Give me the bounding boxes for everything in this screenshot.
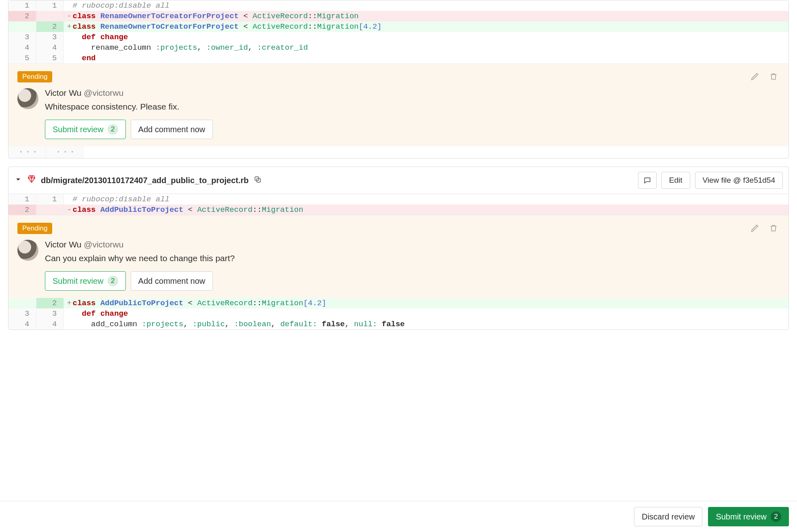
- review-count-badge: 2: [108, 124, 118, 135]
- code-cell: def change: [64, 32, 789, 42]
- delete-comment-icon[interactable]: [767, 70, 780, 82]
- comment-text: Can you explain why we need to change th…: [45, 253, 780, 263]
- review-comment-1: Pending Victor Wu @victorwu Whitespace c…: [8, 63, 789, 146]
- file-path[interactable]: db/migrate/20130110172407_add_public_to_…: [41, 176, 249, 185]
- new-line-number[interactable]: 4: [36, 319, 64, 329]
- code-cell: -class RenameOwnerToCreatorForProject < …: [64, 11, 789, 21]
- code-cell: rename_column :projects, :owner_id, :cre…: [64, 42, 789, 53]
- pending-badge: Pending: [17, 223, 52, 234]
- avatar[interactable]: [17, 88, 38, 109]
- old-line-number[interactable]: 3: [8, 308, 36, 319]
- edit-file-button[interactable]: Edit: [661, 172, 690, 189]
- old-line-number[interactable]: 4: [8, 42, 36, 53]
- diff-table-2b: 2+class AddPublicToProject < ActiveRecor…: [8, 298, 789, 329]
- comment-text: Whitespace consistency. Please fix.: [45, 102, 780, 112]
- pending-badge: Pending: [17, 71, 52, 82]
- old-line-number[interactable]: 5: [8, 53, 36, 63]
- delete-comment-icon[interactable]: [767, 222, 780, 234]
- submit-review-button[interactable]: Submit review 2: [45, 271, 126, 291]
- ruby-file-icon: [27, 175, 36, 186]
- code-cell: add_column :projects, :public, :boolean,…: [64, 319, 789, 329]
- new-line-number[interactable]: 1: [36, 0, 64, 11]
- code-cell: # rubocop:disable all: [64, 0, 789, 11]
- author-handle[interactable]: @victorwu: [84, 240, 123, 249]
- author-name[interactable]: Victor Wu: [45, 240, 81, 249]
- author-handle[interactable]: @victorwu: [84, 88, 123, 97]
- diff-line[interactable]: 11# rubocop:disable all: [8, 0, 789, 11]
- add-comment-now-button[interactable]: Add comment now: [131, 120, 213, 139]
- collapse-chevron-icon[interactable]: [14, 175, 22, 185]
- old-line-number[interactable]: 4: [8, 319, 36, 329]
- toggle-comments-icon[interactable]: [638, 172, 657, 189]
- new-line-number[interactable]: [36, 11, 64, 21]
- diff-line[interactable]: 33 def change: [8, 32, 789, 42]
- code-cell: def change: [64, 308, 789, 319]
- code-cell: # rubocop:disable all: [64, 194, 789, 205]
- diff-line[interactable]: 2+class AddPublicToProject < ActiveRecor…: [8, 298, 789, 308]
- diff-panel-1: 11# rubocop:disable all2-class RenameOwn…: [8, 0, 789, 158]
- review-count-badge: 2: [108, 276, 118, 286]
- old-line-number[interactable]: 2: [8, 205, 36, 215]
- view-file-button[interactable]: View file @ f3e51d54: [695, 172, 783, 189]
- diff-table-2a: 11# rubocop:disable all2-class AddPublic…: [8, 194, 789, 215]
- diff-line[interactable]: 2-class RenameOwnerToCreatorForProject <…: [8, 11, 789, 21]
- code-cell: end: [64, 53, 789, 63]
- copy-path-icon[interactable]: [254, 175, 262, 186]
- old-line-number[interactable]: 3: [8, 32, 36, 42]
- submit-review-button[interactable]: Submit review 2: [45, 120, 126, 139]
- diff-line[interactable]: 55 end: [8, 53, 789, 63]
- expand-dots: ··· ···: [8, 146, 789, 158]
- new-line-number[interactable]: 4: [36, 42, 64, 53]
- old-line-number[interactable]: [8, 298, 36, 308]
- code-cell: +class RenameOwnerToCreatorForProject < …: [64, 21, 789, 32]
- diff-table-1: 11# rubocop:disable all2-class RenameOwn…: [8, 0, 789, 63]
- new-line-number[interactable]: 5: [36, 53, 64, 63]
- add-comment-now-button[interactable]: Add comment now: [131, 271, 213, 291]
- diff-line[interactable]: 44 add_column :projects, :public, :boole…: [8, 319, 789, 329]
- diff-line[interactable]: 2+class RenameOwnerToCreatorForProject <…: [8, 21, 789, 32]
- old-line-number[interactable]: [8, 21, 36, 32]
- diff-panel-2: db/migrate/20130110172407_add_public_to_…: [8, 167, 789, 330]
- diff-line[interactable]: 33 def change: [8, 308, 789, 319]
- new-line-number[interactable]: 3: [36, 308, 64, 319]
- old-line-number[interactable]: 1: [8, 0, 36, 11]
- expand-up-icon[interactable]: ···: [10, 147, 39, 157]
- diff-line[interactable]: 44 rename_column :projects, :owner_id, :…: [8, 42, 789, 53]
- edit-comment-icon[interactable]: [749, 222, 761, 234]
- new-line-number[interactable]: 2: [36, 21, 64, 32]
- expand-down-icon[interactable]: ···: [48, 147, 77, 157]
- code-cell: +class AddPublicToProject < ActiveRecord…: [64, 298, 789, 308]
- file-header: db/migrate/20130110172407_add_public_to_…: [8, 167, 789, 194]
- new-line-number[interactable]: 2: [36, 298, 64, 308]
- author-name[interactable]: Victor Wu: [45, 88, 81, 97]
- diff-line[interactable]: 2-class AddPublicToProject < ActiveRecor…: [8, 205, 789, 215]
- edit-comment-icon[interactable]: [749, 70, 761, 82]
- old-line-number[interactable]: 2: [8, 11, 36, 21]
- diff-line[interactable]: 11# rubocop:disable all: [8, 194, 789, 205]
- review-comment-2: Pending Victor Wu @victorwu Can you expl…: [8, 215, 789, 298]
- avatar[interactable]: [17, 240, 38, 261]
- new-line-number[interactable]: 3: [36, 32, 64, 42]
- code-cell: -class AddPublicToProject < ActiveRecord…: [64, 205, 789, 215]
- new-line-number[interactable]: [36, 205, 64, 215]
- new-line-number[interactable]: 1: [36, 194, 64, 205]
- old-line-number[interactable]: 1: [8, 194, 36, 205]
